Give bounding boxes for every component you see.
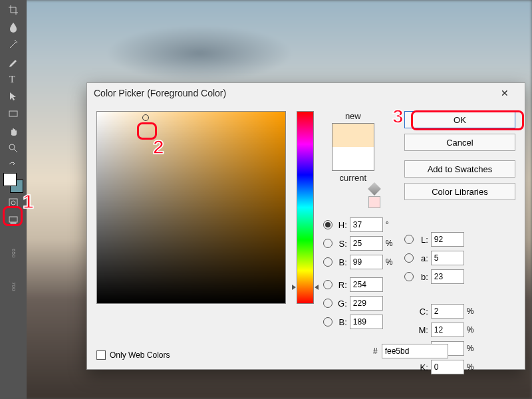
path-select-icon[interactable] bbox=[5, 89, 22, 104]
zoom-tool-icon[interactable] bbox=[5, 141, 22, 156]
b-hsb-label: B: bbox=[335, 257, 347, 267]
pen-tool-icon[interactable] bbox=[5, 55, 22, 69]
l-input[interactable] bbox=[431, 232, 464, 247]
color-marker[interactable] bbox=[142, 114, 149, 121]
blur-tool-icon[interactable] bbox=[5, 20, 22, 35]
b-lab-radio[interactable] bbox=[404, 272, 414, 281]
h-label: H: bbox=[335, 220, 347, 230]
svg-rect-6 bbox=[11, 223, 16, 223]
r-input[interactable] bbox=[350, 277, 383, 292]
hex-input[interactable] bbox=[382, 344, 448, 358]
s-unit: % bbox=[386, 239, 395, 248]
b-rgb-label: B: bbox=[335, 317, 347, 327]
k-input[interactable] bbox=[431, 360, 464, 374]
add-to-swatches-button[interactable]: Add to Swatches bbox=[404, 160, 515, 178]
svg-rect-5 bbox=[9, 217, 17, 222]
m-label: M: bbox=[416, 325, 428, 335]
dialog-title: Color Picker (Foreground Color) bbox=[94, 88, 226, 98]
dialog-titlebar: Color Picker (Foreground Color) ✕ bbox=[87, 83, 525, 103]
color-preview bbox=[332, 123, 374, 171]
crop-tool-icon[interactable] bbox=[5, 3, 22, 17]
type-tool-icon[interactable]: T bbox=[5, 72, 22, 86]
only-web-colors-checkbox[interactable] bbox=[96, 350, 106, 360]
only-web-colors-label: Only Web Colors bbox=[110, 350, 170, 360]
g-input[interactable] bbox=[350, 296, 383, 311]
new-color-preview bbox=[332, 124, 374, 147]
s-radio[interactable] bbox=[323, 239, 332, 248]
cancel-button[interactable]: Cancel bbox=[404, 134, 515, 151]
magic-wand-icon[interactable] bbox=[5, 37, 22, 52]
k-label: K: bbox=[416, 362, 428, 372]
h-input[interactable] bbox=[350, 217, 383, 232]
quick-mask-icon[interactable] bbox=[5, 196, 22, 210]
screen-mode-icon[interactable] bbox=[5, 213, 22, 227]
h-radio[interactable] bbox=[323, 220, 332, 229]
l-radio[interactable] bbox=[404, 235, 414, 244]
a-input[interactable] bbox=[431, 251, 464, 265]
color-picker-dialog: Color Picker (Foreground Color) ✕ new cu… bbox=[86, 82, 525, 370]
new-label: new bbox=[345, 111, 361, 121]
swap-colors-icon[interactable] bbox=[5, 158, 22, 168]
g-radio[interactable] bbox=[323, 299, 332, 308]
saturation-brightness-field[interactable] bbox=[96, 111, 286, 304]
closest-web-swatch[interactable] bbox=[368, 196, 380, 208]
vertical-ruler: 650 700 bbox=[7, 237, 19, 303]
b-rgb-radio[interactable] bbox=[323, 317, 332, 327]
b-rgb-input[interactable] bbox=[350, 315, 383, 329]
svg-text:T: T bbox=[9, 74, 15, 84]
m-input[interactable] bbox=[431, 323, 464, 337]
b-hsb-unit: % bbox=[386, 257, 395, 267]
hand-tool-icon[interactable] bbox=[5, 124, 22, 138]
rectangle-tool-icon[interactable] bbox=[5, 106, 22, 121]
svg-point-4 bbox=[11, 201, 15, 205]
svg-point-2 bbox=[9, 144, 15, 150]
svg-rect-3 bbox=[9, 199, 17, 207]
b-hsb-input[interactable] bbox=[350, 255, 383, 269]
current-color-preview[interactable] bbox=[332, 147, 374, 170]
current-label: current bbox=[340, 173, 366, 183]
hex-prefix: # bbox=[373, 346, 378, 356]
color-libraries-button[interactable]: Color Libraries bbox=[404, 183, 515, 200]
b-lab-label: b: bbox=[416, 272, 428, 282]
ok-button[interactable]: OK bbox=[404, 111, 515, 128]
b-lab-input[interactable] bbox=[431, 269, 464, 284]
tools-panel: T 650 700 bbox=[0, 0, 27, 399]
s-input[interactable] bbox=[350, 236, 383, 251]
s-label: S: bbox=[335, 239, 347, 249]
color-swatches[interactable] bbox=[3, 173, 23, 193]
close-icon[interactable]: ✕ bbox=[491, 84, 518, 102]
a-radio[interactable] bbox=[404, 253, 414, 263]
hue-indicator[interactable] bbox=[292, 285, 319, 290]
ruler-mark: 700 bbox=[7, 270, 19, 303]
l-label: L: bbox=[416, 235, 428, 245]
r-label: R: bbox=[335, 280, 347, 290]
foreground-color-swatch[interactable] bbox=[3, 173, 17, 186]
c-input[interactable] bbox=[431, 304, 464, 319]
a-label: a: bbox=[416, 253, 428, 263]
svg-rect-1 bbox=[9, 111, 17, 116]
hue-slider[interactable] bbox=[297, 111, 314, 304]
g-label: G: bbox=[335, 299, 347, 309]
gamut-warning-icon[interactable] bbox=[368, 182, 381, 196]
h-unit: ° bbox=[386, 220, 395, 229]
c-label: C: bbox=[416, 307, 428, 317]
ruler-mark: 650 bbox=[7, 237, 19, 270]
r-radio[interactable] bbox=[323, 280, 332, 289]
b-hsb-radio[interactable] bbox=[323, 257, 332, 267]
